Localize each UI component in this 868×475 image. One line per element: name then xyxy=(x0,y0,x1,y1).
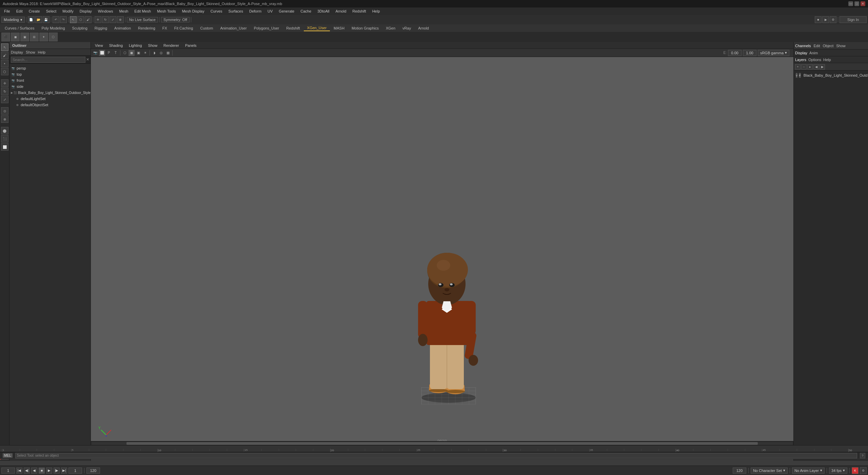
shelf-tab-curves[interactable]: Curves / Surfaces xyxy=(1,25,38,31)
vp-ao-btn[interactable]: ◎ xyxy=(158,50,164,56)
next-layer-btn[interactable]: ▶ xyxy=(820,64,825,70)
show-manip-tool[interactable]: ⊕ xyxy=(1,115,8,123)
rotate-tool[interactable]: ↻ xyxy=(1,88,8,95)
menu-uv[interactable]: UV xyxy=(265,8,275,14)
rp-tab-channels[interactable]: Channels xyxy=(795,44,811,48)
vp-menu-panels[interactable]: Panels xyxy=(182,43,199,48)
outliner-item-top[interactable]: 📷 top xyxy=(9,71,91,77)
go-to-end-btn[interactable]: ▶| xyxy=(61,468,67,474)
shelf-icon-5[interactable]: ✦ xyxy=(39,33,48,41)
shelf-tab-motion-graphics[interactable]: Motion Graphics xyxy=(348,25,382,31)
menu-select[interactable]: Select xyxy=(43,8,59,14)
rp-tab-edit[interactable]: Edit xyxy=(813,44,820,48)
sign-in-btn[interactable]: Sign In xyxy=(840,16,867,23)
step-back-btn[interactable]: ◀| xyxy=(24,468,30,474)
outliner-item-main-mesh[interactable]: ▶ ⬛ Black_Baby_Boy_Light_Skinned_Outdoor… xyxy=(9,90,91,96)
paint-select-btn[interactable]: 🖌 xyxy=(85,16,92,23)
shelf-icon-2[interactable]: ◼ xyxy=(11,33,20,41)
timeline-ruler[interactable]: 1 5 10 15 20 xyxy=(0,445,868,452)
outliner-item-lightset[interactable]: ⊙ defaultLightSet xyxy=(9,96,91,102)
shelf-tab-poly[interactable]: Poly Modeling xyxy=(38,25,68,31)
outliner-menu-display[interactable]: Display xyxy=(11,50,23,54)
exposure-input[interactable] xyxy=(728,50,742,56)
menu-mesh[interactable]: Mesh xyxy=(116,8,131,14)
main-viewport[interactable]: View Shading Lighting Show Renderer Pane… xyxy=(91,42,793,445)
menu-arnold[interactable]: Arnold xyxy=(333,8,349,14)
shelf-icon-3[interactable]: ▣ xyxy=(20,33,29,41)
shelf-tab-fx[interactable]: FX xyxy=(159,25,171,31)
menu-windows[interactable]: Windows xyxy=(95,8,116,14)
character-set-dropdown[interactable]: No Character Set ▾ xyxy=(751,468,788,474)
vertex-tool[interactable]: • xyxy=(1,60,8,67)
outliner-item-front[interactable]: 📷 front xyxy=(9,77,91,83)
outliner-menu-help[interactable]: Help xyxy=(38,50,46,54)
render-settings-btn[interactable]: ⚙ xyxy=(830,16,836,23)
stop-btn[interactable]: ■ xyxy=(39,468,45,474)
select-tool[interactable]: ↖ xyxy=(1,43,8,51)
vp-menu-renderer[interactable]: Renderer xyxy=(161,43,182,48)
menu-help[interactable]: Help xyxy=(370,8,383,14)
vp-shadow-btn[interactable]: ◗ xyxy=(151,50,157,56)
scale-btn[interactable]: ⤢ xyxy=(110,16,116,23)
vp-persp-btn[interactable]: P xyxy=(106,50,112,56)
rp-tab-object[interactable]: Object xyxy=(823,44,833,48)
ipr-btn[interactable]: ▶ xyxy=(822,16,829,23)
gamma-input[interactable] xyxy=(743,50,756,56)
scale-tool[interactable]: ⤢ xyxy=(1,96,8,103)
vp-antialias-btn[interactable]: ▦ xyxy=(165,50,171,56)
prev-layer-btn[interactable]: ◀ xyxy=(813,64,819,70)
paint-effects-tool[interactable]: 🖌 xyxy=(1,52,8,59)
menu-redshift[interactable]: Redshift xyxy=(350,8,369,14)
vp-lighting-btn[interactable]: ☀ xyxy=(142,50,148,56)
soft-mod-tool[interactable]: ⊙ xyxy=(1,107,8,115)
outliner-item-persp[interactable]: 📷 persp xyxy=(9,65,91,71)
menu-mesh-display[interactable]: Mesh Display xyxy=(179,8,207,14)
layer-item-default[interactable]: V P Black_Baby_Boy_Light_Skinned_Outd xyxy=(795,72,867,79)
layer-vis-p[interactable]: P xyxy=(799,73,801,78)
outliner-item-objectset[interactable]: ⊙ defaultObjectSet xyxy=(9,102,91,108)
timeline-settings-btn[interactable]: ⚙ xyxy=(860,467,867,474)
shelf-tab-redshift[interactable]: Redshift xyxy=(283,25,303,31)
save-scene-btn[interactable]: 💾 xyxy=(43,16,50,23)
undo-btn[interactable]: ↶ xyxy=(53,16,59,23)
vp-camera-btn[interactable]: 📷 xyxy=(92,50,98,56)
fps-dropdown[interactable]: 34 fps ▾ xyxy=(829,468,847,474)
menu-modify[interactable]: Modify xyxy=(60,8,76,14)
new-layer-btn[interactable]: + xyxy=(795,64,801,70)
shelf-tab-xgen-user[interactable]: XGen_User xyxy=(304,25,330,31)
menu-generate[interactable]: Generate xyxy=(276,8,297,14)
universal-manip-btn[interactable]: ⊕ xyxy=(117,16,124,23)
rp-display-tab[interactable]: Display xyxy=(795,51,807,55)
layer-options-btn[interactable]: ▸ xyxy=(807,64,813,70)
help-line-btn[interactable]: ? xyxy=(860,453,865,458)
outliner-item-side[interactable]: 📷 side xyxy=(9,83,91,90)
vp-menu-lighting[interactable]: Lighting xyxy=(126,43,145,48)
redo-btn[interactable]: ↷ xyxy=(60,16,67,23)
lasso-select-btn[interactable]: ⬡ xyxy=(77,16,84,23)
shelf-tab-rigging[interactable]: Rigging xyxy=(91,25,111,31)
shelf-tab-xgen[interactable]: XGen xyxy=(382,25,399,31)
rp-anim-tab[interactable]: Anim xyxy=(809,51,818,55)
outliner-search-clear[interactable]: ✕ xyxy=(86,57,89,62)
step-fwd-btn[interactable]: |▶ xyxy=(54,468,60,474)
shelf-tab-rendering[interactable]: Rendering xyxy=(135,25,159,31)
layer-vis-v[interactable]: V xyxy=(796,73,797,78)
shelf-tab-custom[interactable]: Custom xyxy=(197,25,216,31)
menu-curves[interactable]: Curves xyxy=(208,8,225,14)
vp-menu-shading[interactable]: Shading xyxy=(106,43,125,48)
outliner-menu-show[interactable]: Show xyxy=(26,50,35,54)
shelf-tab-anim-user[interactable]: Animation_User xyxy=(217,25,250,31)
menu-surfaces[interactable]: Surfaces xyxy=(226,8,246,14)
range-end-input[interactable] xyxy=(86,468,100,474)
vp-texture-btn[interactable]: ▣ xyxy=(135,50,141,56)
shelf-icon-1[interactable]: ⬛ xyxy=(1,33,10,41)
vp-menu-view[interactable]: View xyxy=(92,43,106,48)
open-scene-btn[interactable]: 📂 xyxy=(35,16,42,23)
outliner-search-input[interactable] xyxy=(11,57,85,63)
mode-selector[interactable]: Modeling ▾ xyxy=(1,17,25,23)
render-btn[interactable]: ■ xyxy=(815,16,822,23)
move-btn[interactable]: ✛ xyxy=(95,16,101,23)
play-fwd-btn[interactable]: ▶ xyxy=(46,468,52,474)
shelf-tab-vray[interactable]: vRay xyxy=(399,25,414,31)
vp-menu-show[interactable]: Show xyxy=(145,43,160,48)
